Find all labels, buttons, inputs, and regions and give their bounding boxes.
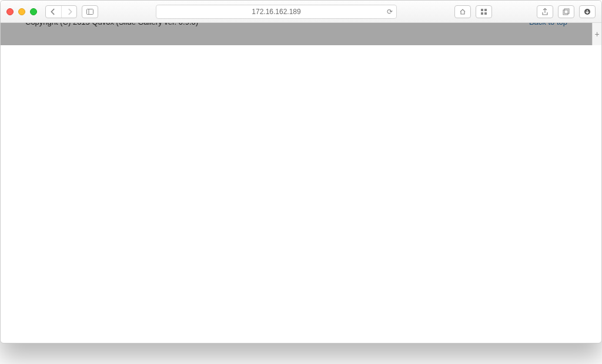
topsites-button[interactable] (476, 5, 492, 18)
tabs-button[interactable] (558, 5, 574, 18)
back-button[interactable] (46, 6, 61, 18)
titlebar: 172.16.162.189 ⟳ (1, 1, 601, 23)
home-icon (455, 6, 470, 18)
toolbar-right (537, 5, 596, 18)
address-text: 172.16.162.189 (252, 8, 300, 16)
grid-icon (476, 6, 491, 18)
address-bar[interactable]: 172.16.162.189 ⟳ (156, 5, 397, 19)
download-icon (580, 6, 595, 18)
sidebar-icon (82, 6, 98, 18)
modal-backdrop[interactable] (1, 23, 592, 45)
svg-rect-3 (484, 9, 487, 11)
new-tab-button[interactable]: + (592, 23, 601, 45)
viewport: Slide Gallery Registered materials are c… (1, 23, 592, 45)
svg-rect-7 (564, 9, 569, 14)
svg-rect-6 (563, 10, 568, 15)
close-window-icon[interactable] (6, 8, 14, 15)
minimize-window-icon[interactable] (18, 8, 25, 15)
svg-rect-4 (481, 12, 483, 15)
sidebar-toggle[interactable] (82, 5, 98, 18)
reader-button[interactable] (454, 5, 471, 18)
svg-rect-2 (481, 9, 483, 11)
svg-rect-5 (484, 12, 487, 15)
svg-rect-0 (87, 9, 93, 14)
forward-button[interactable] (61, 6, 76, 18)
browser-window: 172.16.162.189 ⟳ Slide Gallery Regist (0, 0, 602, 343)
nav-back-forward (45, 5, 77, 18)
zoom-window-icon[interactable] (30, 8, 37, 15)
window-controls (6, 8, 37, 15)
reload-icon[interactable]: ⟳ (387, 8, 393, 16)
tabs-icon (558, 6, 574, 18)
share-button[interactable] (537, 5, 553, 18)
downloads-button[interactable] (579, 5, 596, 18)
address-bar-wrap: 172.16.162.189 ⟳ (103, 5, 450, 19)
share-icon (537, 6, 553, 18)
